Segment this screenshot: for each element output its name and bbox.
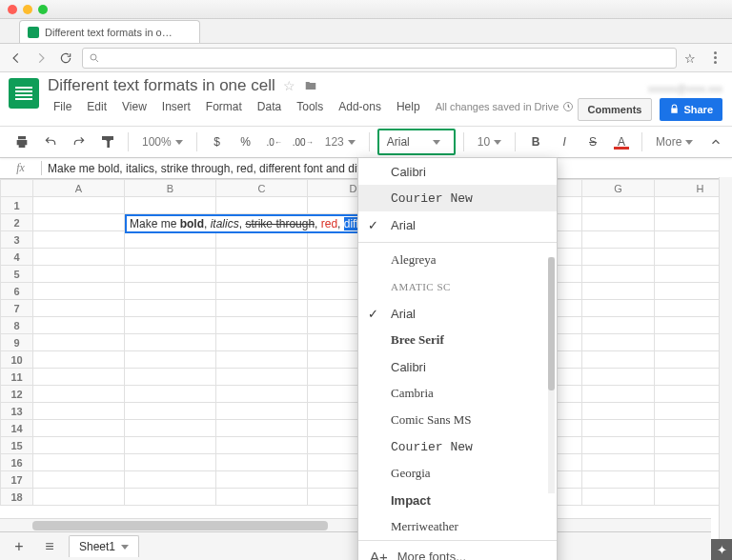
comments-button[interactable]: Comments <box>578 98 653 121</box>
bookmark-star-icon[interactable]: ☆ <box>684 51 698 65</box>
redo-button[interactable] <box>67 130 92 154</box>
font-option[interactable]: Arial <box>358 300 557 327</box>
cell[interactable] <box>216 351 308 369</box>
row-header[interactable]: 6 <box>1 283 33 300</box>
cell[interactable] <box>582 420 655 437</box>
cell[interactable] <box>216 317 308 334</box>
cell[interactable] <box>582 283 655 300</box>
font-family-dropdown[interactable]: Arial <box>377 129 456 155</box>
explore-button[interactable]: ✦ <box>711 539 732 560</box>
cell[interactable] <box>33 334 125 351</box>
cell[interactable] <box>33 317 125 334</box>
cell[interactable] <box>216 197 308 214</box>
cell[interactable] <box>33 351 125 369</box>
cell-B2[interactable]: Make me bold, italics, strike through, r… <box>125 214 216 231</box>
cell[interactable] <box>216 420 308 437</box>
number-format-dropdown[interactable]: 123 <box>319 130 361 154</box>
cell[interactable] <box>216 369 308 386</box>
cell[interactable] <box>582 437 655 454</box>
cell[interactable] <box>33 214 125 231</box>
percent-button[interactable]: % <box>234 130 258 154</box>
cell[interactable] <box>33 420 125 437</box>
cell[interactable] <box>125 283 216 300</box>
cell[interactable] <box>125 369 216 386</box>
bold-button[interactable]: B <box>523 130 548 154</box>
cell[interactable] <box>216 489 308 506</box>
italic-button[interactable]: I <box>552 130 577 154</box>
menu-file[interactable]: File <box>48 98 77 115</box>
more-dropdown[interactable]: More <box>650 130 699 154</box>
font-option[interactable]: Arial <box>358 211 557 238</box>
cell[interactable] <box>216 437 308 454</box>
cell[interactable] <box>216 403 308 420</box>
cell[interactable] <box>582 403 655 420</box>
row-header[interactable]: 1 <box>1 197 33 214</box>
font-option[interactable]: Calibri <box>358 353 557 380</box>
cell[interactable] <box>216 231 308 249</box>
cell[interactable] <box>33 300 125 317</box>
cell[interactable] <box>125 300 216 317</box>
font-option[interactable]: Merriweather <box>358 513 557 540</box>
scrollbar-thumb[interactable] <box>548 257 555 390</box>
scrollbar-thumb[interactable] <box>32 521 328 530</box>
cell[interactable] <box>33 283 125 300</box>
cell[interactable] <box>125 403 216 420</box>
add-sheet-button[interactable]: + <box>8 535 30 558</box>
more-fonts-button[interactable]: A+More fonts... <box>358 540 557 560</box>
menu-help[interactable]: Help <box>391 98 426 115</box>
cell[interactable] <box>33 471 125 489</box>
window-minimize-button[interactable] <box>23 5 32 14</box>
cell[interactable] <box>582 454 655 471</box>
folder-icon[interactable] <box>303 79 318 92</box>
paint-format-button[interactable] <box>95 130 120 154</box>
browser-tab[interactable]: Different text formats in o… <box>19 20 200 43</box>
cell[interactable] <box>216 249 308 266</box>
text-color-button[interactable]: A <box>609 130 634 154</box>
cell[interactable] <box>582 351 655 369</box>
cell[interactable] <box>582 231 655 249</box>
window-maximize-button[interactable] <box>38 5 48 14</box>
cell[interactable] <box>125 489 216 506</box>
currency-button[interactable]: $ <box>205 130 230 154</box>
cell[interactable] <box>125 231 216 249</box>
cell[interactable] <box>582 266 655 283</box>
cell[interactable] <box>125 437 216 454</box>
zoom-dropdown[interactable]: 100% <box>136 130 189 154</box>
row-header[interactable]: 10 <box>1 351 33 369</box>
url-input[interactable] <box>82 48 677 69</box>
menu-format[interactable]: Format <box>200 98 248 115</box>
row-header[interactable]: 13 <box>1 403 33 420</box>
cell[interactable] <box>216 300 308 317</box>
window-close-button[interactable] <box>8 5 17 14</box>
decrease-decimal-button[interactable]: .0← <box>262 130 287 154</box>
row-header[interactable]: 12 <box>1 386 33 403</box>
cell[interactable] <box>582 334 655 351</box>
font-option[interactable]: Cambria <box>358 380 557 407</box>
cell[interactable] <box>125 249 216 266</box>
cell[interactable] <box>33 489 125 506</box>
cell[interactable] <box>582 317 655 334</box>
cell[interactable] <box>582 300 655 317</box>
sheets-logo[interactable] <box>0 72 48 126</box>
font-family-menu[interactable]: CalibriCourier NewArialAlegreyaAMATIC SC… <box>357 157 558 560</box>
forward-button[interactable] <box>32 50 50 67</box>
horizontal-scrollbar[interactable] <box>0 518 711 531</box>
row-header[interactable]: 2 <box>1 214 33 231</box>
font-size-dropdown[interactable]: 10 <box>472 130 507 154</box>
cell[interactable] <box>582 471 655 489</box>
cell[interactable] <box>33 249 125 266</box>
cell[interactable] <box>33 403 125 420</box>
cell[interactable] <box>582 249 655 266</box>
cell[interactable] <box>33 369 125 386</box>
increase-decimal-button[interactable]: .00→ <box>291 130 315 154</box>
column-header[interactable]: C <box>216 180 308 197</box>
menu-addons[interactable]: Add-ons <box>333 98 387 115</box>
sheet-tab[interactable]: Sheet1 <box>69 535 139 557</box>
doc-title[interactable]: Different text formats in one cell <box>48 76 275 95</box>
strikethrough-button[interactable]: S <box>580 130 605 154</box>
cell[interactable] <box>125 266 216 283</box>
font-option[interactable]: Courier New <box>358 433 557 460</box>
row-header[interactable]: 18 <box>1 489 33 506</box>
font-option[interactable]: Courier New <box>358 185 557 211</box>
row-header[interactable]: 3 <box>1 231 33 249</box>
